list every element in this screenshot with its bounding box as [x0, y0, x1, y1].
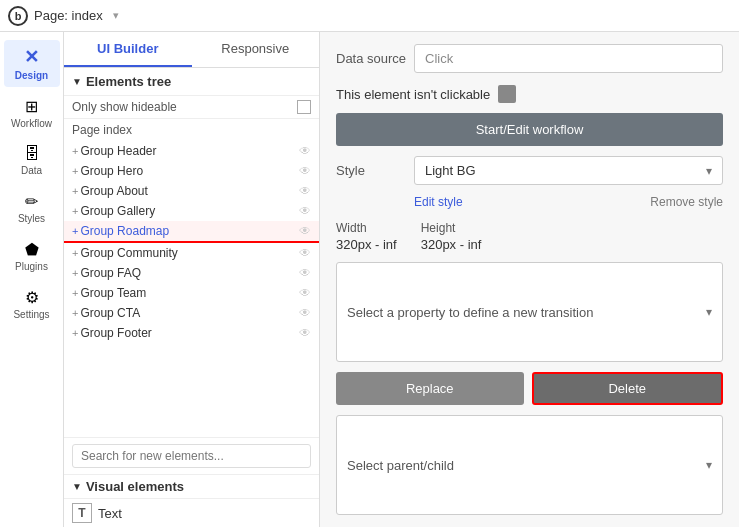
tree-item-page-index[interactable]: Page index	[64, 119, 319, 141]
center-tabs: UI Builder Responsive	[64, 32, 319, 68]
tree-item-group-community[interactable]: + Group Community 👁	[64, 243, 319, 263]
not-clickable-row: This element isn't clickable	[336, 85, 723, 103]
not-clickable-checkbox[interactable]	[498, 85, 516, 103]
tree-item-group-footer[interactable]: + Group Footer 👁	[64, 323, 319, 343]
tree-item-group-gallery[interactable]: + Group Gallery 👁	[64, 201, 319, 221]
page-dropdown-arrow[interactable]: ▾	[113, 9, 119, 22]
main-layout: ✕ Design ⊞ Workflow 🗄 Data ✏ Styles ⬟ Pl…	[0, 32, 739, 527]
data-icon: 🗄	[24, 145, 40, 163]
group-roadmap-label: Group Roadmap	[80, 224, 169, 238]
data-source-label: Data source	[336, 51, 406, 66]
group-footer-label: Group Footer	[80, 326, 151, 340]
styles-icon: ✏	[25, 192, 38, 211]
text-element-item[interactable]: T Text	[64, 498, 319, 527]
plus-icon-cta: +	[72, 307, 78, 319]
select-parent-child-label: Select parent/child	[347, 458, 454, 473]
tree-collapse-arrow[interactable]: ▼	[72, 76, 82, 87]
plus-icon-gallery: +	[72, 205, 78, 217]
visual-elements-label: Visual elements	[86, 479, 184, 494]
eye-icon-cta[interactable]: 👁	[299, 306, 311, 320]
sidebar-item-label-workflow: Workflow	[11, 118, 52, 129]
plus-icon-about: +	[72, 185, 78, 197]
plus-icon-roadmap: +	[72, 225, 78, 237]
tree-item-group-cta[interactable]: + Group CTA 👁	[64, 303, 319, 323]
tab-responsive[interactable]: Responsive	[192, 32, 320, 67]
tree-item-group-faq[interactable]: + Group FAQ 👁	[64, 263, 319, 283]
sidebar-item-design[interactable]: ✕ Design	[4, 40, 60, 87]
group-cta-label: Group CTA	[80, 306, 140, 320]
replace-delete-row: Replace Delete	[336, 372, 723, 405]
search-elements-input[interactable]	[72, 444, 311, 468]
workflow-icon: ⊞	[25, 97, 38, 116]
plus-icon-header: +	[72, 145, 78, 157]
eye-icon-gallery[interactable]: 👁	[299, 204, 311, 218]
settings-icon: ⚙	[25, 288, 39, 307]
height-block: Height 320px - inf	[421, 221, 482, 252]
style-row: Style Light BG ▾	[336, 156, 723, 185]
replace-button[interactable]: Replace	[336, 372, 524, 405]
select-parent-child-chevron-icon: ▾	[706, 458, 712, 472]
dimensions-row: Width 320px - inf Height 320px - inf	[336, 221, 723, 252]
plus-icon-footer: +	[72, 327, 78, 339]
elements-tree-label: Elements tree	[86, 74, 171, 89]
only-show-hideable-row: Only show hideable	[64, 96, 319, 119]
tab-ui-builder[interactable]: UI Builder	[64, 32, 192, 67]
style-chevron-icon: ▾	[706, 164, 712, 178]
group-hero-label: Group Hero	[80, 164, 143, 178]
only-show-hideable-label: Only show hideable	[72, 100, 177, 114]
data-source-select[interactable]: Click	[414, 44, 723, 73]
sidebar-item-data[interactable]: 🗄 Data	[4, 139, 60, 182]
search-elements-container	[64, 437, 319, 474]
icon-sidebar: ✕ Design ⊞ Workflow 🗄 Data ✏ Styles ⬟ Pl…	[0, 32, 64, 527]
select-property-dropdown[interactable]: Select a property to define a new transi…	[336, 262, 723, 362]
tree-item-group-roadmap[interactable]: + Group Roadmap 👁	[64, 221, 319, 243]
eye-icon-faq[interactable]: 👁	[299, 266, 311, 280]
width-block: Width 320px - inf	[336, 221, 397, 252]
select-parent-child-dropdown[interactable]: Select parent/child ▾	[336, 415, 723, 515]
plus-icon-team: +	[72, 287, 78, 299]
text-element-label: Text	[98, 506, 122, 521]
width-label: Width	[336, 221, 397, 235]
eye-icon-roadmap[interactable]: 👁	[299, 224, 311, 238]
start-edit-workflow-button[interactable]: Start/Edit workflow	[336, 113, 723, 146]
eye-icon-footer[interactable]: 👁	[299, 326, 311, 340]
plus-icon-hero: +	[72, 165, 78, 177]
remove-style-link[interactable]: Remove style	[650, 195, 723, 209]
edit-style-link[interactable]: Edit style	[414, 195, 463, 209]
select-property-chevron-icon: ▾	[706, 305, 712, 319]
data-source-row: Data source Click	[336, 44, 723, 73]
only-show-hideable-checkbox[interactable]	[297, 100, 311, 114]
center-panel: UI Builder Responsive ▼ Elements tree On…	[64, 32, 320, 527]
eye-icon-community[interactable]: 👁	[299, 246, 311, 260]
eye-icon-about[interactable]: 👁	[299, 184, 311, 198]
style-select[interactable]: Light BG ▾	[414, 156, 723, 185]
group-faq-label: Group FAQ	[80, 266, 141, 280]
elements-tree-header: ▼ Elements tree	[64, 68, 319, 96]
select-property-placeholder: Select a property to define a new transi…	[347, 305, 593, 320]
tree-item-group-team[interactable]: + Group Team 👁	[64, 283, 319, 303]
sidebar-item-plugins[interactable]: ⬟ Plugins	[4, 234, 60, 278]
text-T-icon: T	[72, 503, 92, 523]
tree-item-group-about[interactable]: + Group About 👁	[64, 181, 319, 201]
page-index-label: Page index	[72, 123, 132, 137]
group-team-label: Group Team	[80, 286, 146, 300]
height-label: Height	[421, 221, 482, 235]
sidebar-item-styles[interactable]: ✏ Styles	[4, 186, 60, 230]
sidebar-item-workflow[interactable]: ⊞ Workflow	[4, 91, 60, 135]
eye-icon-team[interactable]: 👁	[299, 286, 311, 300]
delete-button[interactable]: Delete	[532, 372, 724, 405]
plus-icon-faq: +	[72, 267, 78, 279]
tree-item-group-header[interactable]: + Group Header 👁	[64, 141, 319, 161]
visual-elements-arrow[interactable]: ▼	[72, 481, 82, 492]
data-source-value: Click	[425, 51, 453, 66]
plugins-icon: ⬟	[25, 240, 39, 259]
tree-item-group-hero[interactable]: + Group Hero 👁	[64, 161, 319, 181]
eye-icon-header[interactable]: 👁	[299, 144, 311, 158]
eye-icon-hero[interactable]: 👁	[299, 164, 311, 178]
sidebar-item-settings[interactable]: ⚙ Settings	[4, 282, 60, 326]
plus-icon-community: +	[72, 247, 78, 259]
height-value: 320px - inf	[421, 237, 482, 252]
style-links-row: Edit style Remove style	[336, 195, 723, 209]
group-community-label: Group Community	[80, 246, 177, 260]
group-about-label: Group About	[80, 184, 147, 198]
